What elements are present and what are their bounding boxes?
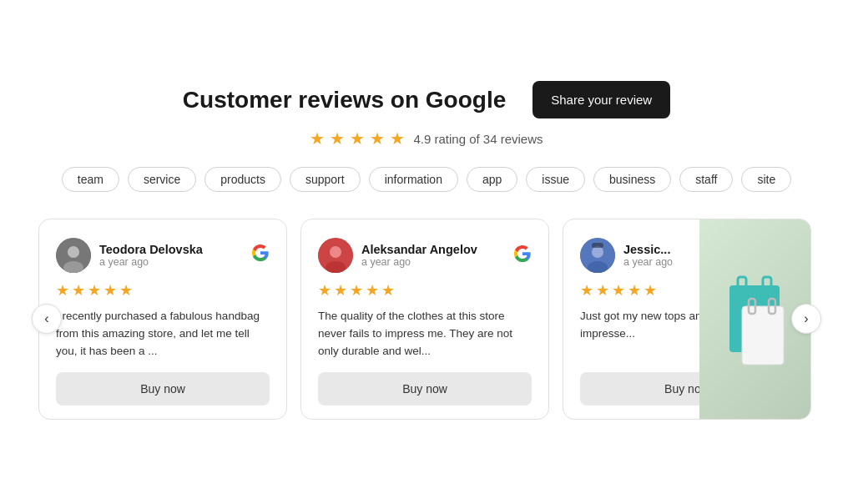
tag-products[interactable]: products <box>204 167 281 192</box>
svg-rect-13 <box>742 306 784 365</box>
page-title: Customer reviews on Google <box>183 87 506 113</box>
rating-star-4: ★ <box>370 129 385 149</box>
google-logo-1 <box>251 244 270 267</box>
tag-issue[interactable]: issue <box>526 167 585 192</box>
svg-point-7 <box>592 246 603 258</box>
tag-information[interactable]: information <box>369 167 458 192</box>
reviewer-details-3: Jessic... a year ago <box>623 243 673 268</box>
avatar-2 <box>318 238 353 273</box>
reviewer-name-3: Jessic... <box>623 243 673 256</box>
reviewer-row-2: Aleksandar Angelov a year ago <box>318 238 532 273</box>
tag-team[interactable]: team <box>62 167 119 192</box>
rating-row: ★ ★ ★ ★ ★ 4.9 rating of 34 reviews <box>310 129 543 149</box>
review-text-2: The quality of the clothes at this store… <box>318 308 532 360</box>
rating-star-3: ★ <box>350 129 365 149</box>
tag-staff[interactable]: staff <box>679 167 733 192</box>
reviewer-info-1: Teodora Delovska a year ago <box>56 238 203 273</box>
tags-row: team service products support informatio… <box>62 167 791 192</box>
reviewer-name-2: Aleksandar Angelov <box>361 243 477 256</box>
reviewer-info-2: Aleksandar Angelov a year ago <box>318 238 477 273</box>
buy-button-2[interactable]: Buy now <box>318 372 532 406</box>
rating-text: 4.9 rating of 34 reviews <box>413 132 543 146</box>
reviewer-details-1: Teodora Delovska a year ago <box>99 243 203 268</box>
stars-row-2: ★ ★ ★ ★ ★ <box>318 281 532 300</box>
tag-support[interactable]: support <box>290 167 361 192</box>
review-text-1: I recently purchased a fabulous handbag … <box>56 308 270 360</box>
rating-star-1: ★ <box>310 129 325 149</box>
tag-business[interactable]: business <box>593 167 671 192</box>
reviewer-details-2: Aleksandar Angelov a year ago <box>361 243 477 268</box>
reviewer-time-3: a year ago <box>623 256 673 268</box>
reviewer-row-1: Teodora Delovska a year ago <box>56 238 270 273</box>
svg-rect-9 <box>592 243 603 248</box>
main-container: Customer reviews on Google Share your re… <box>0 48 853 456</box>
reviewer-name-1: Teodora Delovska <box>99 243 203 256</box>
rating-star-2: ★ <box>330 129 345 149</box>
reviews-section: ‹ Teodora Delovska <box>33 215 820 423</box>
avatar-3 <box>580 238 615 273</box>
google-logo-2 <box>513 244 532 266</box>
review-card-1: Teodora Delovska a year ago ★ ★ ★ ★ ★ I … <box>38 219 287 420</box>
buy-button-1[interactable]: Buy now <box>56 372 270 406</box>
svg-point-1 <box>68 246 79 258</box>
share-review-button[interactable]: Share your review <box>532 81 670 118</box>
reviewer-info-3: Jessic... a year ago <box>580 238 673 273</box>
reviewer-time-2: a year ago <box>361 256 477 268</box>
avatar-1 <box>56 238 91 273</box>
review-card-3: Jessic... a year ago ★ ★ ★ ★ ★ Just got … <box>563 219 811 420</box>
tag-site[interactable]: site <box>741 167 791 192</box>
reviewer-time-1: a year ago <box>99 256 203 268</box>
reviews-list: Teodora Delovska a year ago ★ ★ ★ ★ ★ I … <box>33 215 820 423</box>
rating-star-5: ★ <box>390 129 405 149</box>
header-row: Customer reviews on Google Share your re… <box>183 81 670 118</box>
stars-row-1: ★ ★ ★ ★ ★ <box>56 281 270 300</box>
svg-point-4 <box>330 246 341 258</box>
review-card-2: Aleksandar Angelov a year ago ★ ★ ★ ★ ★ … <box>300 219 549 420</box>
tag-app[interactable]: app <box>467 167 517 192</box>
tag-service[interactable]: service <box>128 167 196 192</box>
